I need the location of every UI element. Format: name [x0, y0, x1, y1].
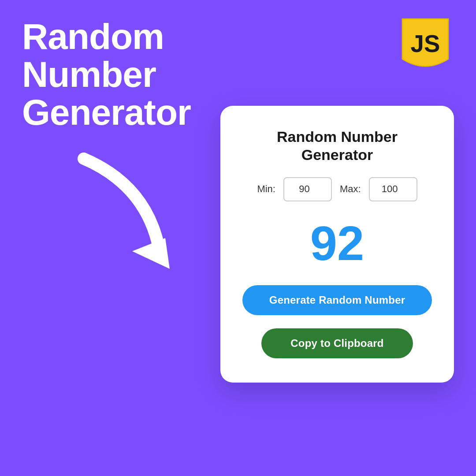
svg-marker-1	[132, 238, 170, 269]
card-title: Random Number Generator	[277, 128, 398, 164]
min-label: Min:	[257, 183, 275, 195]
clipboard-button[interactable]: Copy to Clipboard	[261, 328, 413, 358]
generate-button[interactable]: Generate Random Number	[242, 285, 432, 315]
max-label: Max:	[340, 183, 361, 195]
arrow-decoration	[57, 150, 190, 282]
inputs-row: Min: Max:	[242, 177, 432, 201]
max-input[interactable]	[369, 177, 417, 201]
page-background: Random Number Generator JS Random Number…	[0, 0, 476, 476]
title-area: Random Number Generator	[22, 18, 234, 131]
generator-card: Random Number Generator Min: Max: 92 Gen…	[220, 106, 454, 383]
js-icon: JS	[397, 13, 454, 71]
page-title: Random Number Generator	[22, 18, 234, 131]
min-input[interactable]	[283, 177, 332, 201]
svg-text:JS: JS	[411, 30, 440, 57]
result-display: 92	[310, 219, 364, 268]
